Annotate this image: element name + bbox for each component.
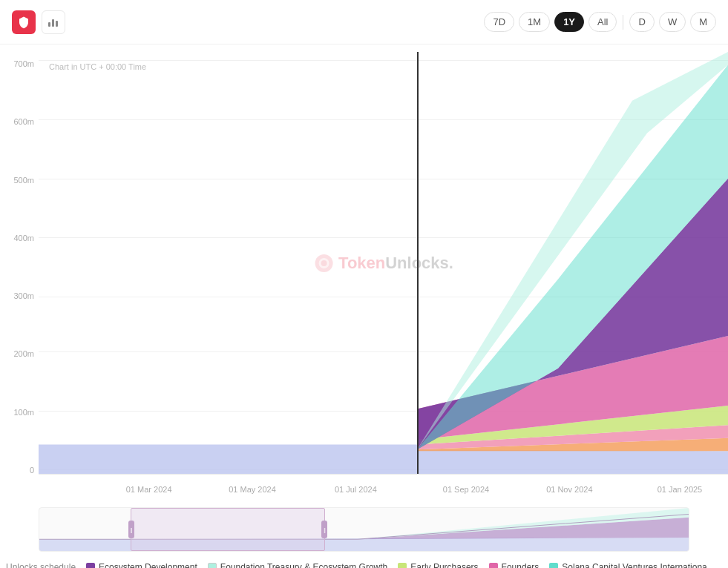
x-label-jul: 01 Jul 2024 (335, 485, 377, 494)
legend-dot-solana (549, 563, 558, 568)
legend-item-ecosystem: Ecosystem Development (86, 562, 197, 568)
y-label-300m: 300m (13, 291, 34, 300)
y-label-500m: 500m (13, 176, 34, 185)
svg-rect-1 (52, 19, 54, 27)
header-right: 7D 1M 1Y All D W M (484, 12, 716, 32)
x-label-may: 01 May 2024 (229, 485, 276, 494)
x-label-nov: 01 Nov 2024 (546, 485, 592, 494)
area-chart-svg (39, 52, 728, 474)
nav-handle-right[interactable] (321, 521, 327, 538)
y-label-200m: 200m (13, 349, 34, 358)
chart-container: 700m 600m 500m 400m 300m 200m 100m 0 Cha… (0, 44, 728, 504)
chart-area[interactable]: Chart in UTC + 00:00 Time (39, 52, 728, 475)
legend: Unlocks schedule Ecosystem Development F… (0, 555, 728, 568)
y-axis: 700m 600m 500m 400m 300m 200m 100m 0 (0, 52, 39, 475)
legend-item-early-purchasers: Early Purchasers (398, 562, 478, 568)
legend-label-solana: Solana Capital Ventures Internationa (562, 562, 706, 568)
x-axis: 01 Mar 2024 01 May 2024 01 Jul 2024 01 S… (39, 475, 728, 504)
svg-rect-2 (56, 21, 58, 27)
x-label-jan25: 01 Jan 2025 (658, 485, 703, 494)
btn-d[interactable]: D (629, 12, 654, 32)
btn-1y[interactable]: 1Y (554, 12, 584, 32)
y-label-0: 0 (30, 466, 34, 475)
legend-label-early-purchasers: Early Purchasers (410, 562, 478, 568)
legend-label-ecosystem: Ecosystem Development (99, 562, 197, 568)
legend-item-foundation: Foundation Treasury & Ecosystem Growth (208, 562, 387, 568)
today-line: Today (417, 52, 419, 474)
svg-rect-0 (48, 22, 50, 27)
btn-7d[interactable]: 7D (484, 12, 514, 32)
bar-chart-icon[interactable] (42, 10, 65, 34)
legend-dot-early-purchasers (398, 563, 407, 568)
chart-inner: 700m 600m 500m 400m 300m 200m 100m 0 Cha… (0, 52, 728, 504)
nav-selection[interactable] (131, 508, 326, 551)
btn-all[interactable]: All (588, 12, 617, 32)
btn-w[interactable]: W (659, 12, 686, 32)
header-left (12, 10, 65, 34)
legend-dot-foundation (208, 563, 217, 568)
legend-label-foundation: Foundation Treasury & Ecosystem Growth (220, 562, 387, 568)
legend-label-founders: Founders (502, 562, 540, 568)
separator (623, 15, 623, 30)
navigator[interactable] (39, 507, 689, 552)
legend-item-solana: Solana Capital Ventures Internationa (549, 562, 706, 568)
nav-handle-left[interactable] (128, 521, 134, 538)
y-label-400m: 400m (13, 234, 34, 242)
btn-m[interactable]: M (690, 12, 716, 32)
x-label-sep: 01 Sep 2024 (443, 485, 489, 494)
btn-1m[interactable]: 1M (519, 12, 550, 32)
x-label-mar: 01 Mar 2024 (126, 485, 172, 494)
legend-dot-ecosystem (86, 563, 95, 568)
y-label-600m: 600m (13, 117, 34, 126)
header: 7D 1M 1Y All D W M (0, 0, 728, 44)
y-label-100m: 100m (13, 408, 34, 417)
legend-dot-founders (489, 563, 498, 568)
logo-icon[interactable] (12, 10, 36, 34)
unlock-schedule-label: Unlocks schedule (6, 562, 76, 568)
legend-item-founders: Founders (489, 562, 540, 568)
y-label-700m: 700m (13, 59, 34, 68)
